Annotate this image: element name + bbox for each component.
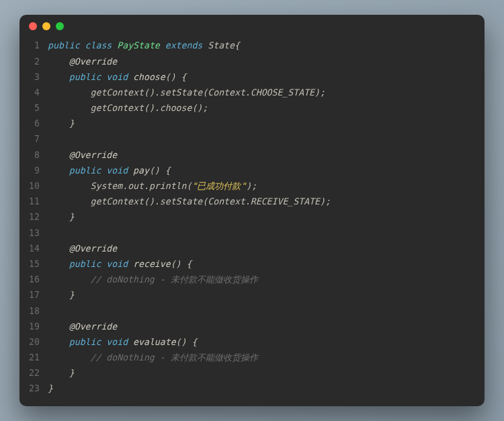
close-icon[interactable] [29,22,37,30]
token-punct: { [235,40,240,50]
token-fn: pay [133,165,149,176]
line-number: 11 [19,194,40,209]
line-number: 1 [19,38,40,53]
code-line[interactable]: getContext().setState(Context.RECEIVE_ST… [48,194,478,209]
code-line[interactable]: } [48,365,478,381]
token-punct [48,243,69,254]
line-number: 12 [19,209,40,225]
token-fn: choose [133,72,165,82]
code-line[interactable]: getContext().setState(Context.CHOOSE_STA… [48,85,478,100]
token-ident: getContext [91,87,144,98]
token-punct: () { [176,337,198,347]
line-number: 16 [19,272,40,287]
token-punct: (). [144,103,160,113]
token-punct: ); [314,87,325,98]
code-editor[interactable]: 1234567891011121314151617181920212223 pu… [19,38,485,406]
token-punct: () { [171,259,192,269]
token-type: void [106,337,128,347]
code-line[interactable]: public void choose() { [48,69,478,85]
token-punct: } [48,383,53,393]
code-line[interactable]: public void receive() { [48,256,478,272]
token-ann: @Override [69,150,117,160]
token-ann: @Override [69,321,117,332]
token-punct [128,72,133,82]
token-ident: Context [208,196,245,206]
token-ident: out [128,181,144,191]
token-class: PayState [117,40,160,50]
minimize-icon[interactable] [42,22,50,30]
token-punct [48,337,69,347]
token-punct [48,165,69,176]
token-punct: (). [144,196,160,206]
token-ident: setState [160,87,203,98]
code-line[interactable]: } [48,381,478,396]
code-line[interactable] [48,225,478,241]
code-line[interactable]: @Override [48,241,478,256]
line-number: 6 [19,116,40,131]
line-number: 20 [19,334,40,350]
token-kw: public [69,72,101,82]
code-line[interactable]: @Override [48,147,478,163]
token-ann: @Override [69,56,117,67]
token-punct: } [48,212,75,222]
line-number: 21 [19,350,40,365]
token-kw: extends [165,40,203,50]
token-ident: getContext [91,103,144,113]
token-punct [48,150,69,160]
token-const: CHOOSE_STATE [251,87,314,98]
code-line[interactable] [48,303,478,319]
token-kw: public [69,165,101,176]
code-line[interactable] [48,131,478,147]
token-punct: . [144,181,149,191]
token-punct: () { [165,72,187,82]
line-number: 3 [19,69,40,85]
token-punct [128,337,133,347]
code-window: 1234567891011121314151617181920212223 pu… [19,15,485,406]
token-punct: . [245,196,251,206]
token-const: RECEIVE_STATE [251,196,320,206]
token-punct [48,56,69,67]
line-number: 4 [19,85,40,100]
code-line[interactable]: System.out.println("已成功付款"); [48,178,478,194]
token-ident: choose [160,103,192,113]
token-ident: println [149,181,187,191]
line-number: 7 [19,131,40,147]
line-number: 13 [19,225,40,241]
code-line[interactable]: getContext().choose(); [48,100,478,116]
token-kw: class [85,40,112,50]
token-punct [48,87,91,98]
line-number: 19 [19,319,40,334]
code-line[interactable]: // doNothing - 未付款不能做收货操作 [48,350,478,365]
token-type: void [106,72,128,82]
code-line[interactable]: @Override [48,54,478,69]
token-punct [48,274,91,284]
token-kw: public [48,40,80,50]
token-punct: () { [149,165,171,176]
token-ident: setState [160,196,203,206]
token-ident: State [208,40,235,50]
line-number: 23 [19,381,40,396]
code-line[interactable]: public class PayState extends State{ [48,38,478,53]
code-line[interactable]: public void pay() { [48,163,478,178]
code-line[interactable]: } [48,287,478,303]
token-punct [48,352,91,362]
token-punct [80,40,85,50]
line-number: 17 [19,287,40,303]
code-line[interactable]: } [48,116,478,131]
code-content[interactable]: public class PayState extends State{ @Ov… [48,38,478,396]
token-punct: } [48,118,75,128]
code-line[interactable]: @Override [48,319,478,334]
window-titlebar [19,15,485,38]
token-type: void [106,259,128,269]
line-number: 9 [19,163,40,178]
token-type: void [106,165,128,176]
code-line[interactable]: // doNothing - 未付款不能做收货操作 [48,272,478,287]
code-line[interactable]: } [48,209,478,225]
token-punct: ); [246,181,257,191]
token-punct: } [48,368,75,378]
maximize-icon[interactable] [56,22,64,30]
token-kw: public [69,337,101,347]
code-line[interactable]: public void evaluate() { [48,334,478,350]
token-punct: ); [320,196,331,206]
line-number: 15 [19,256,40,272]
